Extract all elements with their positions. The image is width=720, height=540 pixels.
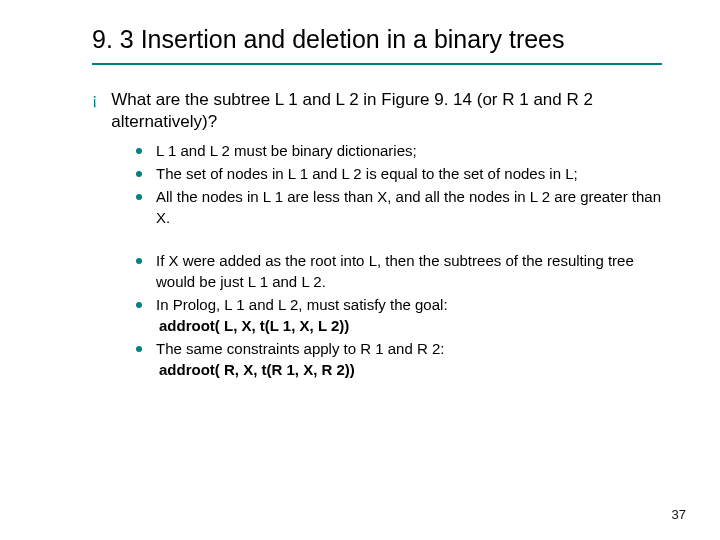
dot-bullet-icon: [136, 171, 142, 177]
list-item-text: The set of nodes in L 1 and L 2 is equal…: [156, 163, 578, 184]
dot-bullet-icon: [136, 302, 142, 308]
slide: 9. 3 Insertion and deletion in a binary …: [0, 0, 720, 540]
list-item: L 1 and L 2 must be binary dictionaries;: [136, 140, 662, 161]
list-item-text: If X were added as the root into L, then…: [156, 250, 662, 292]
circle-bullet-icon: ¡: [92, 89, 97, 111]
slide-title: 9. 3 Insertion and deletion in a binary …: [92, 24, 662, 65]
list-item-text: L 1 and L 2 must be binary dictionaries;: [156, 140, 417, 161]
list-item-text: All the nodes in L 1 are less than X, an…: [156, 186, 662, 228]
sublist-group-2: If X were added as the root into L, then…: [136, 250, 662, 380]
list-item-line: In Prolog, L 1 and L 2, must satisfy the…: [156, 296, 448, 313]
list-item: All the nodes in L 1 are less than X, an…: [136, 186, 662, 228]
list-item: The same constraints apply to R 1 and R …: [136, 338, 662, 380]
bullet-level1: ¡ What are the subtree L 1 and L 2 in Fi…: [92, 89, 662, 135]
dot-bullet-icon: [136, 258, 142, 264]
list-item: In Prolog, L 1 and L 2, must satisfy the…: [136, 294, 662, 336]
code-line: addroot( R, X, t(R 1, X, R 2)): [159, 361, 355, 378]
page-number: 37: [672, 507, 686, 522]
list-item: The set of nodes in L 1 and L 2 is equal…: [136, 163, 662, 184]
list-item-text: The same constraints apply to R 1 and R …: [156, 338, 444, 380]
sublist-group-1: L 1 and L 2 must be binary dictionaries;…: [136, 140, 662, 228]
list-item: If X were added as the root into L, then…: [136, 250, 662, 292]
dot-bullet-icon: [136, 148, 142, 154]
question-text: What are the subtree L 1 and L 2 in Figu…: [111, 89, 662, 135]
dot-bullet-icon: [136, 346, 142, 352]
dot-bullet-icon: [136, 194, 142, 200]
list-item-text: In Prolog, L 1 and L 2, must satisfy the…: [156, 294, 448, 336]
list-item-line: The same constraints apply to R 1 and R …: [156, 340, 444, 357]
code-line: addroot( L, X, t(L 1, X, L 2)): [159, 317, 349, 334]
